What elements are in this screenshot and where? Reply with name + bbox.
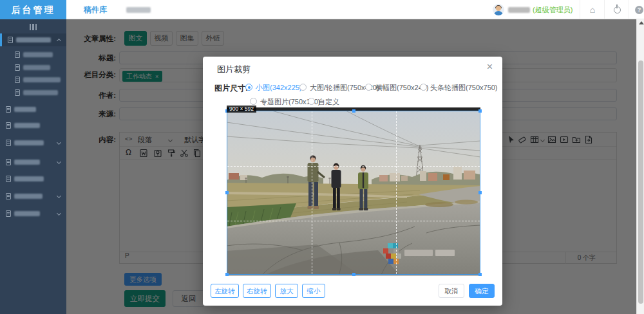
nav-item-manuscript-library[interactable]: 稿件库 [84, 0, 107, 19]
document-icon [6, 176, 11, 182]
radio-icon [308, 98, 315, 105]
radio-icon [299, 84, 307, 91]
confirm-button[interactable]: 确定 [469, 284, 495, 298]
document-icon [6, 210, 11, 217]
document-icon [6, 159, 11, 165]
redacted-text [14, 107, 36, 112]
sidebar-item-collapsible[interactable] [0, 207, 66, 220]
chevron-down-icon [57, 160, 61, 164]
chevron-down-icon [57, 194, 61, 198]
document-icon [6, 122, 11, 129]
document-icon [15, 77, 20, 83]
header-divider [629, 0, 629, 19]
zoom-out-button[interactable]: 缩小 [302, 284, 325, 298]
user-role-label: (超级管理员) [533, 0, 573, 19]
document-icon [6, 193, 11, 199]
sidebar-item-collapsible[interactable] [0, 156, 66, 169]
sidebar [0, 19, 66, 314]
redacted-text [23, 77, 61, 82]
home-icon[interactable]: ⌂ [587, 0, 598, 19]
redacted-text [23, 52, 53, 57]
redacted-text [14, 160, 40, 165]
chevron-down-icon [57, 140, 61, 145]
redacted-text [14, 176, 44, 181]
zoom-in-button[interactable]: 放大 [275, 284, 298, 298]
crop-handle-s[interactable] [352, 273, 355, 276]
crop-handle-se[interactable] [478, 273, 482, 276]
sidebar-item[interactable] [0, 103, 66, 116]
radio-icon [420, 84, 427, 91]
document-icon [6, 140, 11, 146]
crop-gridline [227, 166, 480, 167]
sidebar-item-collapsible[interactable] [0, 190, 66, 203]
avatar-head [496, 6, 501, 11]
sidebar-subitem[interactable] [0, 61, 66, 74]
scroll-up-arrow-icon[interactable] [639, 21, 644, 24]
crop-handle-w[interactable] [225, 191, 229, 194]
scrollbar-thumb[interactable] [638, 60, 643, 304]
sidebar-item-collapsible[interactable] [0, 136, 66, 149]
crop-handle-n[interactable] [352, 109, 355, 113]
avatar[interactable] [493, 4, 504, 15]
redacted-text [14, 211, 40, 216]
power-icon[interactable] [614, 6, 621, 14]
redacted-text [23, 90, 58, 95]
cancel-button[interactable]: 取消 [439, 284, 464, 298]
redacted-text [23, 65, 50, 70]
close-icon[interactable]: × [487, 61, 493, 73]
header-divider [604, 0, 605, 19]
page-scrollbar[interactable] [636, 19, 644, 314]
radio-icon [245, 84, 252, 91]
help-icon[interactable]: ? [635, 6, 643, 14]
document-icon [15, 64, 20, 71]
image-size-label: 图片尺寸: [214, 83, 248, 94]
document-icon [6, 106, 11, 113]
crop-handle-e[interactable] [478, 191, 482, 194]
username-redacted [508, 7, 530, 13]
avatar-body [494, 11, 503, 15]
chevron-down-icon [57, 211, 61, 216]
image-crop-dialog: 图片裁剪 × 图片尺寸: 小图(342x225) 大图/轮播图(750x420)… [203, 57, 502, 306]
chevron-up-icon [57, 39, 61, 43]
nav-item-redacted[interactable] [126, 7, 151, 13]
sidebar-item-group-expanded[interactable] [0, 33, 66, 46]
sidebar-subitem[interactable] [0, 86, 66, 99]
crop-size-badge: 900 × 592 [227, 106, 256, 113]
crop-gridline [312, 111, 312, 274]
header-divider [580, 0, 580, 19]
rotate-right-button[interactable]: 右旋转 [243, 284, 271, 298]
crop-canvas [227, 107, 480, 275]
sidebar-subitem[interactable] [0, 48, 66, 61]
crop-handle-ne[interactable] [478, 109, 482, 113]
sidebar-collapse-icon[interactable] [30, 24, 37, 30]
redacted-text [14, 140, 44, 145]
crop-handle-sw[interactable] [225, 273, 229, 276]
radio-icon [365, 84, 372, 91]
sidebar-item[interactable] [0, 172, 66, 185]
document-icon [15, 51, 20, 58]
crop-selection[interactable] [227, 111, 480, 275]
document-icon [15, 89, 20, 96]
sidebar-subitem[interactable] [0, 73, 66, 86]
crop-gridline [227, 221, 480, 221]
radio-icon [250, 98, 257, 105]
sidebar-item[interactable] [0, 119, 66, 132]
document-icon [8, 37, 13, 43]
crop-gridline [396, 111, 397, 274]
app-window: 后台管理 稿件库 (超级管理员) ⌂ ? [0, 0, 644, 314]
top-header: 后台管理 稿件库 (超级管理员) ⌂ ? [0, 0, 644, 19]
redacted-text [16, 37, 51, 42]
redacted-text [14, 123, 40, 128]
dialog-title: 图片裁剪 [217, 64, 251, 75]
rotate-left-button[interactable]: 左旋转 [211, 284, 239, 298]
app-logo: 后台管理 [0, 0, 66, 19]
redacted-text [14, 194, 43, 199]
